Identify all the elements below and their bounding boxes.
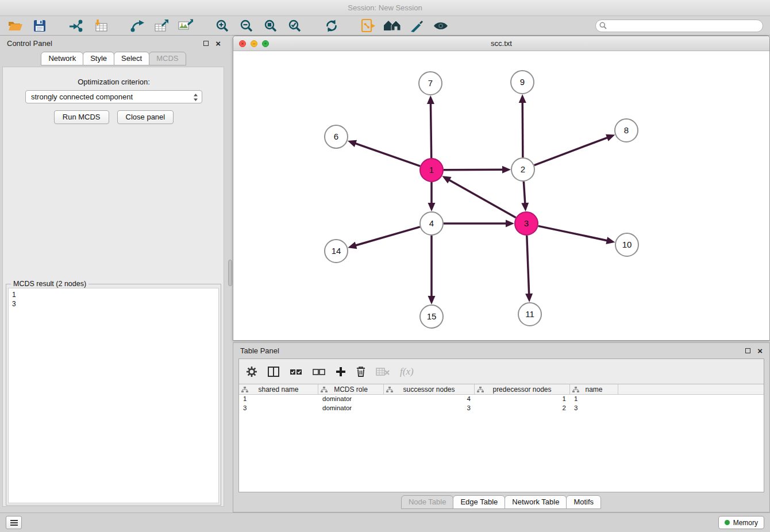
deselect-all-icon[interactable] — [313, 368, 325, 376]
graph-node-label: 15 — [427, 311, 437, 321]
table-tab-node-table[interactable]: Node Table — [401, 495, 454, 509]
table-tab-network-table[interactable]: Network Table — [505, 495, 567, 509]
export-image-icon[interactable] — [177, 17, 194, 34]
table-cell[interactable]: 3 — [239, 404, 318, 413]
zoom-out-icon[interactable] — [238, 17, 255, 34]
graph-node-8[interactable]: 8 — [615, 119, 638, 142]
share-document-icon[interactable] — [360, 17, 377, 34]
refresh-icon[interactable] — [323, 17, 340, 34]
delete-icon[interactable] — [356, 366, 365, 377]
graph-node-10[interactable]: 10 — [615, 233, 638, 256]
graph-node-4[interactable]: 4 — [420, 212, 443, 235]
graph-edge-1-6[interactable] — [355, 143, 420, 166]
graph-node-2[interactable]: 2 — [511, 158, 534, 181]
search-input[interactable] — [595, 20, 763, 32]
graph-node-1[interactable]: 1 — [420, 159, 443, 182]
graph-node-11[interactable]: 11 — [518, 303, 541, 326]
graph-edge-3-1[interactable] — [449, 180, 516, 218]
graph-node-label: 14 — [332, 246, 341, 256]
tab-select[interactable]: Select — [114, 52, 149, 65]
add-icon[interactable] — [336, 367, 346, 377]
graph-node-label: 1 — [429, 165, 434, 175]
zoom-in-icon[interactable] — [214, 17, 231, 34]
vertical-splitter[interactable] — [228, 260, 232, 286]
import-network-icon[interactable] — [68, 17, 85, 34]
table-row[interactable]: 1dominator411 — [239, 395, 764, 404]
style-icon[interactable] — [408, 17, 425, 34]
network-canvas[interactable]: 7968124314101511 — [233, 51, 769, 340]
close-table-panel-icon[interactable]: × — [757, 348, 763, 353]
tab-mcds[interactable]: MCDS — [149, 52, 186, 65]
gear-icon[interactable] — [246, 366, 257, 377]
control-panel-header: Control Panel × — [0, 36, 228, 51]
graph-edge-3-11[interactable] — [527, 236, 529, 295]
import-table-icon[interactable] — [92, 17, 109, 34]
float-table-panel-icon[interactable] — [745, 348, 750, 353]
table-cell[interactable]: dominator — [318, 404, 384, 413]
save-session-icon[interactable] — [31, 17, 48, 34]
close-window-icon[interactable]: × — [239, 40, 246, 47]
graph-node-15[interactable]: 15 — [420, 305, 443, 328]
export-network-icon[interactable] — [129, 17, 146, 34]
graph-node-label: 7 — [428, 78, 433, 88]
show-panels-button[interactable] — [6, 516, 22, 529]
column-header-shared-name[interactable]: shared name — [239, 384, 318, 394]
network-window-titlebar[interactable]: × − + scc.txt — [233, 36, 769, 51]
mcds-result-list[interactable]: 13 — [8, 288, 219, 503]
optimization-criterion-select[interactable]: strongly connected component — [25, 90, 202, 103]
table-row[interactable]: 3dominator323 — [239, 404, 764, 413]
run-mcds-button[interactable]: Run MCDS — [54, 110, 109, 124]
column-header-successor-nodes[interactable]: successor nodes — [384, 384, 475, 394]
column-header-mcds-role[interactable]: MCDS role — [318, 384, 384, 394]
tab-style[interactable]: Style — [83, 52, 114, 65]
select-all-icon[interactable] — [290, 368, 302, 376]
eye-icon[interactable] — [432, 17, 449, 34]
column-header-name[interactable]: name — [570, 384, 618, 394]
table-cell[interactable]: 1 — [475, 395, 570, 404]
graph-edge-4-14[interactable] — [355, 227, 420, 246]
function-builder-icon[interactable]: f(x) — [400, 366, 414, 377]
graph-edge-arrowhead — [521, 203, 529, 211]
close-panel-icon[interactable]: × — [215, 41, 221, 46]
graph-node-7[interactable]: 7 — [419, 72, 442, 95]
memory-button[interactable]: Memory — [718, 516, 764, 529]
zoom-window-icon[interactable]: + — [262, 40, 269, 47]
search-field-wrap — [595, 20, 763, 32]
mcds-result-item[interactable]: 3 — [12, 299, 215, 309]
show-columns-icon[interactable] — [268, 367, 279, 377]
table-cell[interactable]: 1 — [239, 395, 318, 404]
table-body: 1dominator4113dominator323 — [239, 395, 764, 413]
float-panel-icon[interactable] — [203, 41, 209, 46]
column-type-icon — [477, 387, 484, 393]
graph-node-9[interactable]: 9 — [511, 71, 534, 94]
delete-table-icon[interactable] — [376, 367, 390, 376]
graph-edge-arrowhead — [348, 140, 357, 147]
table-tab-motifs[interactable]: Motifs — [566, 495, 601, 509]
table-cell[interactable]: 3 — [384, 404, 475, 413]
table-tab-edge-table[interactable]: Edge Table — [453, 495, 505, 509]
home-pair-icon[interactable] — [384, 17, 401, 34]
open-session-icon[interactable] — [7, 17, 24, 34]
graph-edge-1-2[interactable] — [444, 169, 503, 170]
mcds-result-item[interactable]: 1 — [12, 290, 215, 299]
graph-node-3[interactable]: 3 — [515, 212, 538, 235]
export-table-icon[interactable] — [153, 17, 170, 34]
zoom-selected-icon[interactable] — [286, 17, 303, 34]
zoom-fit-icon[interactable] — [262, 17, 279, 34]
column-header-predecessor-nodes[interactable]: predecessor nodes — [475, 384, 570, 394]
table-cell[interactable]: dominator — [318, 395, 384, 404]
graph-edge-1-7[interactable] — [430, 103, 431, 158]
graph-edge-2-3[interactable] — [523, 182, 525, 204]
graph-node-6[interactable]: 6 — [325, 125, 348, 148]
graph-edge-2-9[interactable] — [522, 102, 523, 157]
table-cell[interactable]: 3 — [570, 404, 618, 413]
minimize-window-icon[interactable]: − — [251, 40, 257, 47]
table-cell[interactable]: 4 — [384, 395, 475, 404]
graph-node-14[interactable]: 14 — [325, 240, 348, 263]
table-cell[interactable]: 2 — [475, 404, 570, 413]
close-panel-button[interactable]: Close panel — [117, 110, 174, 124]
tab-network[interactable]: Network — [41, 52, 83, 65]
graph-edge-2-8[interactable] — [534, 137, 609, 165]
graph-edge-3-10[interactable] — [538, 226, 608, 241]
table-cell[interactable]: 1 — [570, 395, 618, 404]
